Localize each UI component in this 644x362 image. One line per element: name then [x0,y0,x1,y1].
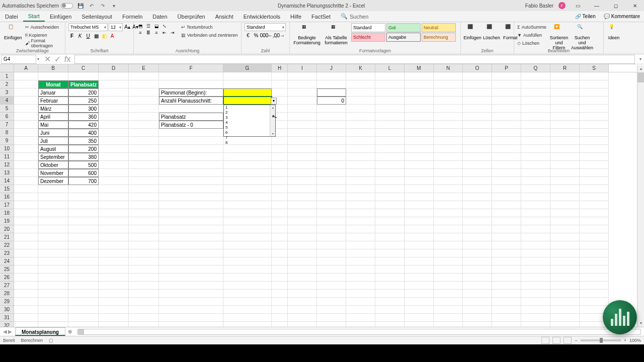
cell[interactable] [463,193,492,201]
cell[interactable] [580,209,609,217]
cell[interactable] [375,88,405,97]
cell[interactable] [580,225,609,233]
cell[interactable] [223,225,272,233]
cell[interactable] [99,97,129,105]
cell[interactable] [405,193,434,201]
hscroll-thumb[interactable] [78,329,84,334]
col-header[interactable]: I [288,64,317,72]
cell[interactable] [346,233,375,241]
cell[interactable] [38,257,68,265]
cell[interactable] [346,80,375,88]
cell[interactable] [405,169,434,177]
cell[interactable] [38,209,68,217]
cell[interactable] [580,137,609,145]
border-button[interactable]: ▦ [93,32,100,39]
cell[interactable] [434,97,463,105]
cell[interactable]: April [38,113,68,121]
cell[interactable] [492,153,521,161]
cell[interactable] [68,217,99,225]
name-box[interactable]: G4 [1,55,36,64]
cell[interactable] [492,121,521,129]
cell[interactable] [159,249,223,257]
cell[interactable] [405,282,434,290]
cell[interactable] [159,129,223,137]
cell[interactable] [463,265,492,274]
cell[interactable] [580,274,609,282]
row-header[interactable]: 12 [0,161,14,169]
cell[interactable] [159,265,223,274]
cell[interactable] [272,282,288,290]
cell[interactable] [14,88,38,97]
vertical-scrollbar[interactable]: ▴ ▾ [637,65,644,327]
cell[interactable] [463,137,492,145]
cell[interactable] [99,169,129,177]
cell[interactable] [405,201,434,209]
cell[interactable] [129,241,159,249]
cell[interactable] [272,153,288,161]
cell[interactable] [68,185,99,193]
cell[interactable] [288,209,317,217]
cell[interactable] [272,72,288,80]
cell[interactable] [550,80,580,88]
cell[interactable] [129,298,159,306]
cell[interactable] [129,282,159,290]
row-header[interactable]: 24 [0,257,14,265]
cell[interactable] [375,97,405,105]
cell[interactable] [223,169,272,177]
cell[interactable] [129,72,159,80]
cell[interactable] [223,161,272,169]
cell[interactable] [38,290,68,298]
cell[interactable] [375,241,405,249]
cell[interactable] [288,121,317,129]
cell[interactable] [38,225,68,233]
zoom-in-icon[interactable]: + [624,338,626,343]
cell[interactable] [272,265,288,274]
cell[interactable] [223,177,272,185]
col-header[interactable]: K [346,64,375,72]
cell[interactable] [550,201,580,209]
cell[interactable] [463,314,492,322]
cell[interactable] [463,80,492,88]
row-header[interactable]: 15 [0,185,14,193]
cell[interactable] [463,217,492,225]
formula-bar-expand-icon[interactable]: ▾ [637,57,644,61]
cell[interactable] [405,265,434,274]
cell[interactable] [14,105,38,113]
cell[interactable] [99,233,129,241]
cell[interactable] [346,121,375,129]
add-sheet-button[interactable]: ⊕ [65,329,74,334]
cell[interactable] [463,72,492,80]
cell[interactable] [375,129,405,137]
cell[interactable] [288,161,317,169]
cell[interactable] [492,137,521,145]
cell[interactable] [492,298,521,306]
cell[interactable] [68,209,99,217]
cell[interactable] [492,209,521,217]
cell[interactable] [580,169,609,177]
cell[interactable]: 500 [68,161,99,169]
cell[interactable] [272,233,288,241]
cell[interactable] [580,161,609,169]
cell[interactable] [434,121,463,129]
formula-bar[interactable] [74,55,635,64]
cell[interactable] [492,265,521,274]
cell[interactable] [223,274,272,282]
cell[interactable] [521,177,550,185]
cell[interactable]: Planabsatz - 0 [159,121,223,129]
cell[interactable] [14,306,38,314]
cell[interactable] [68,265,99,274]
cell[interactable] [346,161,375,169]
cell[interactable]: 350 [68,137,99,145]
cell[interactable] [14,290,38,298]
cell[interactable] [463,249,492,257]
font-color-button[interactable]: A [109,32,116,39]
cell[interactable] [521,72,550,80]
cell[interactable] [375,201,405,209]
row-header[interactable]: 27 [0,282,14,290]
cell[interactable] [288,306,317,314]
cell[interactable] [129,161,159,169]
align-top-icon[interactable]: ⬒ [137,23,144,29]
cell[interactable] [317,314,346,322]
cell[interactable] [550,274,580,282]
cell[interactable] [38,265,68,274]
